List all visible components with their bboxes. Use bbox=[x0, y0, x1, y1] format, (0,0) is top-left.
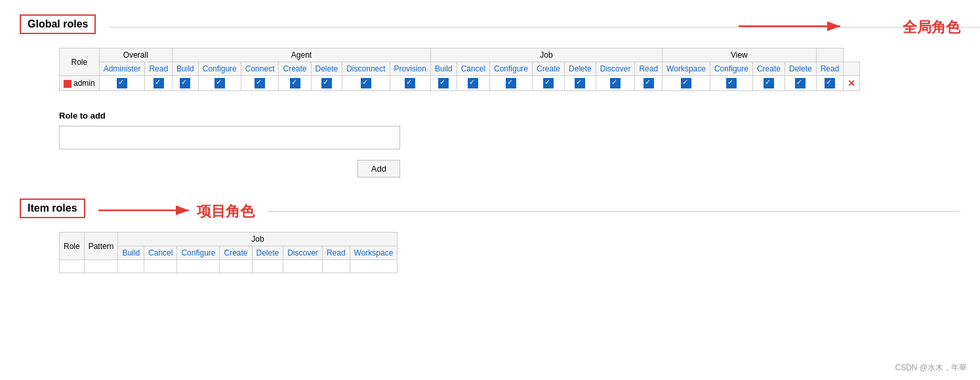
item-empty-pattern bbox=[84, 260, 118, 273]
cb-agent-provision[interactable] bbox=[390, 76, 430, 91]
perm-job-workspace: Workspace bbox=[663, 62, 710, 76]
job-header: Job bbox=[430, 48, 662, 62]
cb-administer[interactable] bbox=[99, 76, 145, 91]
global-roles-table: Role Overall Agent Job View Administer R… bbox=[59, 48, 860, 91]
add-btn-row: Add bbox=[59, 160, 400, 178]
cb-agent-build[interactable] bbox=[173, 76, 199, 91]
item-empty-row bbox=[60, 260, 398, 273]
global-roles-annotation: 全局角色 bbox=[903, 18, 960, 37]
item-empty-configure bbox=[177, 260, 220, 273]
item-empty-workspace bbox=[350, 260, 398, 273]
view-header: View bbox=[663, 48, 817, 62]
role-to-add-input[interactable] bbox=[59, 126, 400, 149]
cb-job-discover[interactable] bbox=[596, 76, 635, 91]
cb-job-cancel[interactable] bbox=[457, 76, 489, 91]
perm-agent-build: Build bbox=[173, 62, 199, 76]
delete-col-header bbox=[816, 48, 844, 62]
item-perm-delete: Delete bbox=[252, 246, 283, 260]
item-perm-discover: Discover bbox=[283, 246, 323, 260]
item-perm-read: Read bbox=[322, 246, 350, 260]
global-roles-section: Global roles 全局角色 Role Overall Agent Job bbox=[20, 13, 960, 91]
cb-view-configure[interactable] bbox=[710, 76, 752, 91]
item-roles-title: Item roles bbox=[20, 199, 85, 218]
perm-job-discover: Discover bbox=[596, 62, 635, 76]
item-roles-section: Item roles 项目角色 Role Pattern Job bbox=[20, 197, 960, 273]
item-role-header: Role bbox=[60, 233, 85, 260]
cb-view-delete[interactable] bbox=[785, 76, 816, 91]
arrow-global bbox=[732, 13, 850, 39]
admin-icon bbox=[64, 80, 71, 88]
perm-overall-read: Read bbox=[145, 62, 173, 76]
perm-agent-configure: Configure bbox=[198, 62, 241, 76]
item-perm-create: Create bbox=[220, 246, 252, 260]
perm-job-create: Create bbox=[533, 62, 565, 76]
item-job-header: Job bbox=[118, 233, 398, 246]
item-empty-create bbox=[220, 260, 252, 273]
global-roles-title: Global roles bbox=[20, 14, 96, 34]
add-button[interactable]: Add bbox=[357, 160, 400, 178]
admin-role-cell: admin bbox=[60, 76, 100, 91]
item-empty-read bbox=[322, 260, 350, 273]
cb-job-workspace[interactable] bbox=[663, 76, 710, 91]
item-perm-build: Build bbox=[118, 246, 144, 260]
cb-overall-read[interactable] bbox=[145, 76, 173, 91]
role-col-header: Role bbox=[60, 48, 100, 76]
item-perm-cancel: Cancel bbox=[144, 246, 177, 260]
item-empty-build bbox=[118, 260, 144, 273]
group-header-row: Role Overall Agent Job View bbox=[60, 48, 860, 62]
perm-job-build: Build bbox=[430, 62, 457, 76]
perm-view-create: Create bbox=[752, 62, 785, 76]
item-group-header-row: Role Pattern Job bbox=[60, 233, 398, 246]
agent-header: Agent bbox=[173, 48, 431, 62]
cb-job-build[interactable] bbox=[430, 76, 457, 91]
item-empty-discover bbox=[283, 260, 323, 273]
cb-job-delete[interactable] bbox=[565, 76, 596, 91]
item-empty-role bbox=[60, 260, 85, 273]
role-to-add-label: Role to add bbox=[59, 111, 960, 121]
cb-view-read[interactable] bbox=[816, 76, 844, 91]
perm-administer: Administer bbox=[99, 62, 145, 76]
cb-agent-configure[interactable] bbox=[198, 76, 241, 91]
delete-admin-button[interactable]: ✕ bbox=[847, 78, 855, 88]
perm-job-delete: Delete bbox=[565, 62, 596, 76]
item-perm-configure: Configure bbox=[177, 246, 220, 260]
item-perm-workspace: Workspace bbox=[350, 246, 398, 260]
cb-agent-delete[interactable] bbox=[311, 76, 342, 91]
role-to-add-section: Role to add Add bbox=[59, 111, 960, 178]
item-roles-annotation: 项目角色 bbox=[197, 202, 255, 221]
cb-job-read[interactable] bbox=[635, 76, 663, 91]
cb-job-create[interactable] bbox=[533, 76, 565, 91]
perm-job-read: Read bbox=[635, 62, 663, 76]
perm-view-configure: Configure bbox=[710, 62, 752, 76]
perm-agent-create: Create bbox=[279, 62, 311, 76]
item-roles-table: Role Pattern Job Build Cancel Configure … bbox=[59, 232, 398, 273]
item-header-divider bbox=[268, 211, 960, 212]
global-roles-header: Global roles 全局角色 bbox=[20, 13, 960, 41]
delete-row-btn[interactable]: ✕ bbox=[844, 76, 860, 91]
perm-agent-disconnect: Disconnect bbox=[342, 62, 390, 76]
item-empty-delete bbox=[252, 260, 283, 273]
perm-job-configure: Configure bbox=[489, 62, 532, 76]
cb-agent-disconnect[interactable] bbox=[342, 76, 390, 91]
perm-agent-connect: Connect bbox=[241, 62, 279, 76]
cb-view-create[interactable] bbox=[752, 76, 785, 91]
action-col-header bbox=[844, 62, 860, 76]
cb-agent-create[interactable] bbox=[279, 76, 311, 91]
perm-view-delete: Delete bbox=[785, 62, 816, 76]
perm-job-cancel: Cancel bbox=[457, 62, 489, 76]
permission-label-row: Administer Read Build Configure Connect … bbox=[60, 62, 860, 76]
perm-agent-delete: Delete bbox=[311, 62, 342, 76]
item-empty-cancel bbox=[144, 260, 177, 273]
arrow-item bbox=[92, 197, 197, 223]
overall-header: Overall bbox=[99, 48, 172, 62]
perm-view-read: Read bbox=[816, 62, 844, 76]
item-roles-header: Item roles 项目角色 bbox=[20, 197, 960, 225]
cb-agent-connect[interactable] bbox=[241, 76, 279, 91]
cb-job-configure[interactable] bbox=[489, 76, 532, 91]
perm-agent-provision: Provision bbox=[390, 62, 430, 76]
admin-row: admin bbox=[60, 76, 860, 91]
item-pattern-header: Pattern bbox=[84, 233, 118, 260]
